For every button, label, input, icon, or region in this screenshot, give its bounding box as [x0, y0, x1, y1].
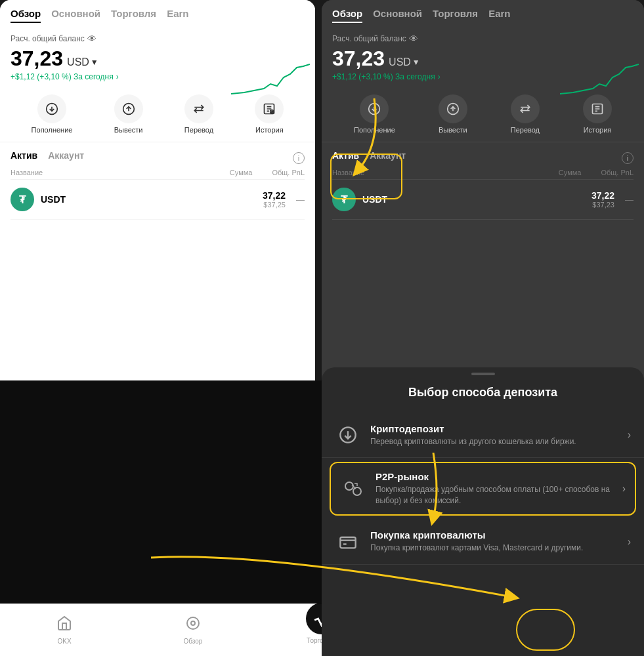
- right-transfer-button[interactable]: Перевод: [511, 94, 540, 134]
- right-tab-earn[interactable]: Earn: [488, 8, 510, 23]
- nav-overview-label: Обзор: [184, 638, 203, 645]
- p2p-arrow: ›: [622, 483, 626, 495]
- info-icon[interactable]: i: [293, 152, 305, 164]
- left-panel: Обзор Основной Торговля Earn Расч. общий…: [0, 0, 315, 380]
- right-asset-tab[interactable]: Актив: [332, 150, 359, 161]
- crypto-deposit-arrow: ›: [628, 429, 631, 441]
- right-tab-trade[interactable]: Торговля: [433, 8, 478, 23]
- buy-crypto-option[interactable]: Покупка криптовалюты Покупка криптовалют…: [322, 520, 644, 565]
- left-asset-row[interactable]: ₮ USDT 37,22 $37,25 —: [11, 180, 305, 220]
- svg-point-25: [353, 487, 361, 495]
- left-balance-label: Расч. общий баланс 👁: [11, 33, 305, 44]
- right-nav-tabs: Обзор Основной Торговля Earn: [322, 0, 644, 28]
- left-withdraw-button[interactable]: Вывести: [114, 94, 143, 134]
- buy-crypto-text: Покупка криптовалюты Покупка криптовалют…: [370, 529, 622, 554]
- svg-point-31: [191, 621, 195, 625]
- left-transfer-label: Перевод: [184, 126, 213, 134]
- nav-okx[interactable]: OKX: [45, 615, 84, 645]
- left-withdraw-label: Вывести: [114, 126, 143, 134]
- svg-point-30: [187, 617, 199, 629]
- svg-text:↺: ↺: [271, 111, 273, 113]
- left-balance-section: Расч. общий баланс 👁 37,23 USD ▼ +$1,12 …: [0, 28, 315, 89]
- right-withdraw-icon: [439, 94, 467, 123]
- svg-rect-27: [340, 537, 355, 548]
- right-asset-pnl: —: [625, 195, 633, 205]
- right-withdraw-button[interactable]: Вывести: [439, 94, 467, 134]
- left-deposit-label: Пополнение: [32, 126, 73, 134]
- left-nav-tabs: Обзор Основной Торговля Earn: [0, 0, 315, 28]
- right-assets-section: Актив Аккаунт i Название Сумма Общ. PnL …: [322, 142, 644, 228]
- right-assets-tabs: Актив Аккаунт: [332, 150, 406, 161]
- right-info-icon[interactable]: i: [622, 152, 633, 164]
- right-tab-main[interactable]: Основной: [373, 8, 422, 23]
- left-transfer-button[interactable]: Перевод: [184, 94, 213, 134]
- nav-okx-label: OKX: [57, 638, 71, 645]
- left-asset-pnl: —: [296, 195, 305, 205]
- right-asset-row[interactable]: ₮ USDT 37,22 $37,23 —: [332, 180, 633, 220]
- left-transfer-icon: [184, 94, 213, 123]
- left-tab-earn[interactable]: Earn: [167, 8, 188, 23]
- left-history-label: История: [255, 126, 284, 134]
- right-eye-icon[interactable]: 👁: [409, 33, 418, 44]
- right-currency: USD ▼: [389, 56, 420, 68]
- right-history-label: История: [584, 126, 612, 134]
- right-transfer-icon: [511, 94, 540, 123]
- right-asset-values: 37,22 $37,23: [591, 190, 614, 209]
- overview-icon: [185, 615, 201, 635]
- right-assets-header: Название Сумма Общ. PnL: [332, 166, 633, 180]
- left-assets-section: Актив Аккаунт i Название Сумма Общ. PnL …: [0, 142, 315, 228]
- left-assets-header: Название Сумма Общ. PnL: [11, 166, 305, 180]
- left-currency: USD ▼: [67, 56, 98, 68]
- right-transfer-label: Перевод: [511, 126, 540, 134]
- left-tab-main[interactable]: Основной: [51, 8, 100, 23]
- p2p-text: P2P-рынок Покупка/продажа удобным способ…: [376, 471, 617, 506]
- bottom-sheet: Выбор способа депозита Криптодепозит Пер…: [322, 367, 644, 656]
- usdt-icon: ₮: [11, 188, 34, 211]
- right-asset-name: USDT: [362, 194, 591, 205]
- eye-icon[interactable]: 👁: [87, 33, 97, 44]
- left-assets-tabs: Актив Аккаунт: [11, 150, 84, 161]
- home-icon: [56, 615, 72, 635]
- p2p-icon: [340, 476, 366, 502]
- p2p-market-option[interactable]: P2P-рынок Покупка/продажа удобным способ…: [330, 462, 636, 516]
- left-withdraw-icon: [114, 94, 143, 123]
- right-withdraw-label: Вывести: [439, 126, 467, 134]
- buy-crypto-icon: [335, 529, 361, 555]
- right-tab-overview[interactable]: Обзор: [332, 8, 362, 23]
- right-deposit-button[interactable]: Пополнение: [354, 94, 395, 134]
- crypto-deposit-option[interactable]: Криптодепозит Перевод криптовалюты из др…: [322, 413, 644, 458]
- right-deposit-icon: [360, 94, 389, 123]
- left-asset-values: 37,22 $37,25: [263, 190, 286, 209]
- right-account-tab[interactable]: Аккаунт: [370, 150, 406, 161]
- chevron-down-icon[interactable]: ▼: [91, 58, 98, 67]
- left-asset-name: USDT: [41, 194, 263, 205]
- left-account-tab[interactable]: Аккаунт: [48, 150, 84, 161]
- right-deposit-label: Пополнение: [354, 126, 395, 134]
- nav-overview[interactable]: Обзор: [173, 615, 213, 645]
- right-balance-label: Расч. общий баланс 👁: [332, 33, 633, 44]
- left-chart: [231, 61, 310, 100]
- buy-crypto-arrow: ›: [628, 536, 631, 548]
- left-tab-trade[interactable]: Торговля: [111, 8, 156, 23]
- right-balance-section: Расч. общий баланс 👁 37,23 USD ▼ +$1,12 …: [322, 28, 644, 89]
- left-asset-tab[interactable]: Актив: [11, 150, 37, 161]
- svg-point-24: [345, 482, 353, 490]
- crypto-deposit-text: Криптодепозит Перевод криптовалюты из др…: [370, 423, 622, 447]
- left-tab-overview[interactable]: Обзор: [11, 8, 41, 23]
- crypto-deposit-icon: [335, 422, 361, 448]
- sheet-handle: [471, 373, 495, 375]
- dim-overlay: [0, 380, 322, 604]
- right-chevron-down-icon[interactable]: ▼: [412, 58, 420, 67]
- right-usdt-icon: ₮: [332, 188, 356, 211]
- left-deposit-icon: [37, 94, 66, 123]
- left-deposit-button[interactable]: Пополнение: [32, 94, 73, 134]
- sheet-title: Выбор способа депозита: [322, 386, 644, 400]
